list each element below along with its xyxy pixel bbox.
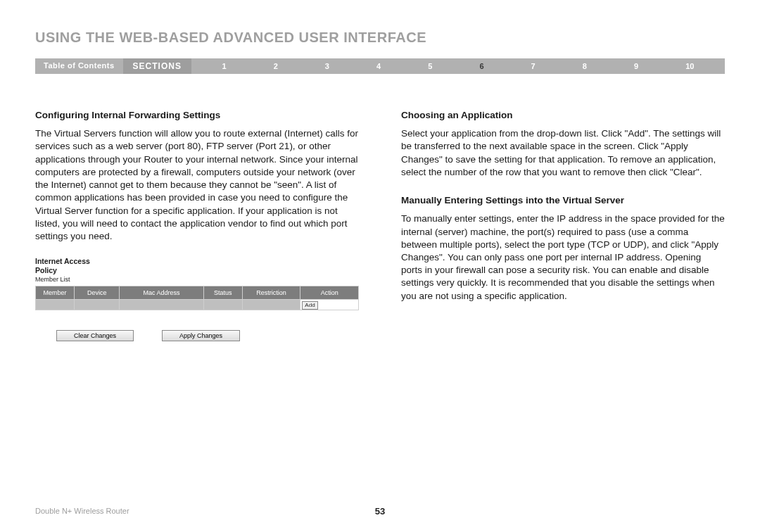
section-link-4[interactable]: 4 <box>376 62 381 70</box>
right-heading-2: Manually Entering Settings into the Virt… <box>401 194 725 207</box>
col-action: Action <box>300 286 359 299</box>
left-column: Configuring Internal Forwarding Settings… <box>35 109 359 341</box>
col-status: Status <box>203 286 242 299</box>
page-title: USING THE WEB-BASED ADVANCED USER INTERF… <box>35 30 725 46</box>
table-row: Add <box>36 299 359 310</box>
section-link-5[interactable]: 5 <box>428 62 432 70</box>
section-link-6[interactable]: 6 <box>479 62 483 70</box>
right-column: Choosing an Application Select your appl… <box>401 109 725 341</box>
section-link-7[interactable]: 7 <box>531 62 536 70</box>
page-footer: Double N+ Wireless Router 53 <box>35 507 725 515</box>
product-name: Double N+ Wireless Router <box>35 507 129 515</box>
policy-title-line1: Internet Access <box>35 257 90 265</box>
right-body-1: Select your application from the drop-do… <box>401 127 725 179</box>
internet-access-policy-panel: Internet Access Policy Member List Membe… <box>35 257 359 341</box>
section-link-2[interactable]: 2 <box>274 62 278 70</box>
col-member: Member <box>36 286 75 299</box>
sections-label: SECTIONS <box>123 58 191 74</box>
page-number: 53 <box>375 506 385 517</box>
col-restriction: Restriction <box>242 286 300 299</box>
section-link-8[interactable]: 8 <box>583 62 587 70</box>
col-device: Device <box>75 286 120 299</box>
left-body: The Virtual Servers function will allow … <box>35 127 359 243</box>
policy-title-line2: Policy <box>35 266 57 274</box>
section-link-10[interactable]: 10 <box>685 62 694 70</box>
right-body-2: To manually enter settings, enter the IP… <box>401 213 725 303</box>
member-list-table: Member Device Mac Address Status Restric… <box>35 286 359 310</box>
col-mac: Mac Address <box>120 286 203 299</box>
policy-title: Internet Access Policy <box>35 257 359 274</box>
toc-link[interactable]: Table of Contents <box>35 58 123 74</box>
section-link-1[interactable]: 1 <box>222 62 226 70</box>
left-heading: Configuring Internal Forwarding Settings <box>35 109 359 122</box>
apply-changes-button[interactable]: Apply Changes <box>162 330 240 341</box>
section-link-3[interactable]: 3 <box>325 62 329 70</box>
policy-subtitle: Member List <box>35 275 359 284</box>
section-numbers: 1 2 3 4 5 6 7 8 9 10 <box>191 58 725 74</box>
right-heading-1: Choosing an Application <box>401 109 725 122</box>
clear-changes-button[interactable]: Clear Changes <box>56 330 134 341</box>
section-nav-bar: Table of Contents SECTIONS 1 2 3 4 5 6 7… <box>35 58 725 74</box>
section-link-9[interactable]: 9 <box>634 62 638 70</box>
add-button[interactable]: Add <box>302 301 317 310</box>
